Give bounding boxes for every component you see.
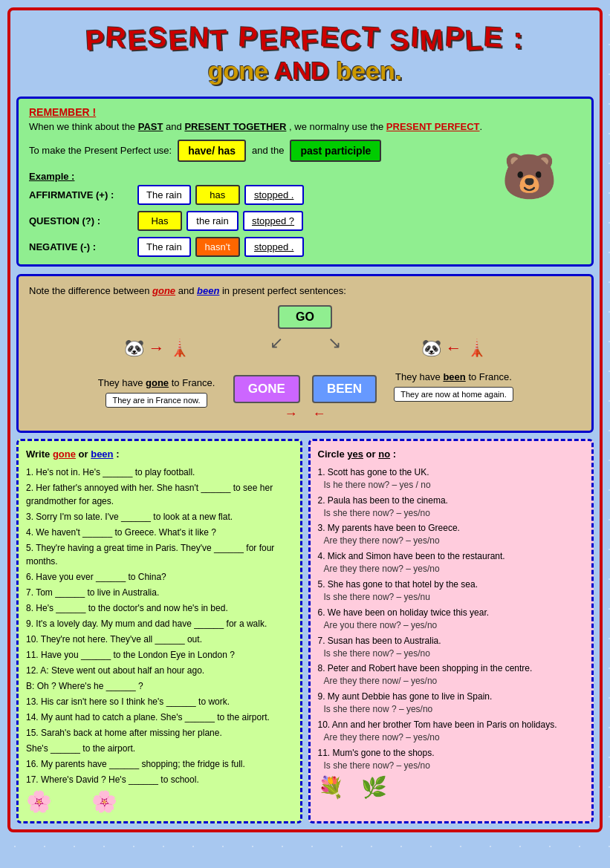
exercise-right-items: 1. Scott has gone to the UK. Is he there…	[318, 466, 585, 772]
go-box: GO	[278, 305, 332, 329]
q-subject: the rain	[186, 211, 239, 231]
exercise-right-title: Circle yes or no :	[318, 448, 585, 460]
list-item: 4. Mick and Simon have been to the resta…	[318, 549, 585, 575]
list-item: 7. Tom ______ to live in Australia.	[26, 586, 293, 599]
main-container: PRESENT PERFECT SIMPLE : gone AND been. …	[7, 7, 603, 832]
go-diagram: 🐼 → 🗼 They have gone to France. They are…	[29, 305, 581, 422]
list-item: 11. Have you ______ to the London Eye in…	[26, 648, 293, 662]
list-item: 4. We haven't ______ to Greece. What's i…	[26, 526, 293, 539]
left-caption: They are in France now.	[106, 393, 207, 408]
aff-verb: has	[195, 185, 240, 205]
list-item: 8. He's ______ to the doctor's and now h…	[26, 601, 293, 615]
list-item: 3. Sorry I'm so late. I've ______ to loo…	[26, 510, 293, 523]
exercise-left-panel: Write gone or been : 1. He's not in. He'…	[16, 439, 302, 823]
flower-icon-left: 🌸	[26, 790, 52, 813]
list-item: She's ______ to the airport.	[26, 742, 293, 755]
remember-section: REMEMBER ! When we think about the PAST …	[16, 97, 594, 267]
right-text: They have been to France.	[395, 370, 512, 385]
bear-illustration: 🐻	[484, 128, 574, 225]
list-item: 15. Sarah's back at home after missing h…	[26, 726, 293, 740]
exercise-right-panel: Circle yes or no : 1. Scott has gone to …	[308, 439, 594, 823]
list-item: B: Oh ? Where's he ______ ?	[26, 679, 293, 693]
title-line1: PRESENT PERFECT SIMPLE :	[16, 24, 594, 55]
remember-inner: REMEMBER ! When we think about the PAST …	[29, 106, 581, 257]
negative-label: NEGATIVE (-) :	[29, 241, 133, 252]
gone-been-intro: Note the difference between gone and bee…	[29, 285, 581, 296]
exercise-left-items: 1. He's not in. He's ______ to play foot…	[26, 466, 293, 786]
have-has-box: have/ has	[178, 140, 246, 162]
bottom-panels: Write gone or been : 1. He's not in. He'…	[16, 439, 594, 823]
list-item: 2. Her father's annoyed with her. She ha…	[26, 481, 293, 508]
q-participle: stopped ?	[243, 211, 303, 231]
right-caption: They are now at home again.	[394, 387, 513, 402]
past-participle-box: past participle	[290, 140, 381, 162]
right-persons: 🐼 ← 🗼	[421, 339, 487, 358]
aff-participle: stopped .	[244, 185, 304, 205]
list-item: 11. Mum's gone to the shops. Is she ther…	[318, 746, 585, 772]
list-item: 6. Have you ever ______ to China?	[26, 570, 293, 584]
aff-subject: The rain	[137, 185, 191, 205]
been-pill: BEEN	[312, 375, 377, 403]
gone-been-section: Note the difference between gone and bee…	[16, 274, 594, 433]
exercise-left-title: Write gone or been :	[26, 448, 293, 460]
remember-title: REMEMBER !	[29, 106, 581, 118]
list-item: 1. He's not in. He's ______ to play foot…	[26, 466, 293, 479]
list-item: 12. A: Steve went out about half an hour…	[26, 664, 293, 677]
list-item: 9. My aunt Debbie has gone to live in Sp…	[318, 690, 585, 716]
list-item: 17. Where's David ? He's ______ to schoo…	[26, 773, 293, 786]
title-area: PRESENT PERFECT SIMPLE : gone AND been.	[16, 16, 594, 89]
list-item: 7. Susan has been to Australia. Is she t…	[318, 634, 585, 660]
question-label: QUESTION (?) :	[29, 215, 133, 226]
list-item: 9. It's a lovely day. My mum and dad hav…	[26, 617, 293, 630]
left-side: 🐼 → 🗼 They have gone to France. They are…	[82, 305, 231, 422]
right-side: 🐼 ← 🗼 They have been to France. They are…	[380, 305, 528, 422]
negative-row: NEGATIVE (-) : The rain hasn't stopped .	[29, 237, 581, 257]
neg-verb: hasn't	[195, 237, 240, 257]
list-item: 3. My parents have been to Greece. Are t…	[318, 521, 585, 547]
list-item: 8. Peter and Robert have been shopping i…	[318, 662, 585, 688]
neg-participle: stopped .	[244, 237, 304, 257]
gone-pill: GONE	[233, 375, 300, 403]
flower-icon-right: 💐	[318, 776, 344, 799]
neg-subject: The rain	[137, 237, 191, 257]
list-item: 5. She has gone to that hotel by the sea…	[318, 578, 585, 604]
list-item: 13. His car isn't here so I think he's _…	[26, 695, 293, 708]
list-item: 1. Scott has gone to the UK. Is he there…	[318, 466, 585, 492]
list-item: 5. They're having a great time in Paris.…	[26, 541, 293, 568]
left-persons: 🐼 → 🗼	[124, 339, 189, 358]
gone-been-pills: GONE BEEN	[233, 375, 377, 403]
list-item: 6. We have been on holiday twice this ye…	[318, 606, 585, 632]
flower-icon-left2: 🌸	[91, 790, 117, 813]
flower-icon-right2: 🌿	[361, 776, 387, 799]
left-text: They have gone to France.	[98, 376, 215, 391]
center-diagram: GO ↙ ↘ GONE BEEN → ←	[231, 305, 380, 422]
title-line2: gone AND been.	[16, 56, 594, 85]
affirmative-label: AFFIRMATIVE (+) :	[29, 189, 133, 200]
q-verb: Has	[137, 211, 182, 231]
list-item: 10. Ann and her brother Tom have been in…	[318, 718, 585, 744]
list-item: 14. My aunt had to catch a plane. She's …	[26, 711, 293, 724]
list-item: 16. My parents have ______ shopping; the…	[26, 757, 293, 771]
list-item: 2. Paula has been to the cinema. Is she …	[318, 494, 585, 520]
list-item: 10. They're not here. They've all ______…	[26, 633, 293, 646]
